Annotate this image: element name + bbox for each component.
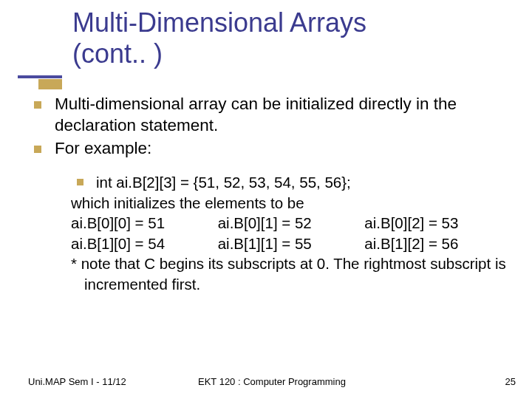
- bullet-item: Multi-dimensional array can be initializ…: [28, 94, 511, 137]
- cell: ai.B[1][2] = 56: [364, 233, 511, 253]
- footer-center: EKT 120 : Computer Programming: [198, 376, 471, 387]
- footer-page-number: 25: [471, 376, 516, 387]
- sub-text-intro: which initializes the elements to be: [71, 193, 511, 213]
- title-tab-decoration: [38, 79, 62, 89]
- sub-note: * note that C begins its subscripts at 0…: [71, 253, 511, 294]
- sub-bullet-code: int ai.B[2][3] = {51, 52, 53, 54, 55, 56…: [71, 172, 511, 192]
- cell: ai.B[0][1] = 52: [218, 213, 365, 233]
- slide-footer: Uni.MAP Sem I - 11/12 EKT 120 : Computer…: [0, 376, 532, 387]
- sub-content: int ai.B[2][3] = {51, 52, 53, 54, 55, 56…: [28, 172, 511, 294]
- title-underline-decoration: [18, 75, 62, 78]
- footer-left: Uni.MAP Sem I - 11/12: [28, 376, 198, 387]
- title-line-2: (cont.. ): [72, 38, 163, 69]
- cell: ai.B[1][1] = 55: [218, 233, 365, 253]
- bullet-item: For example:: [28, 138, 511, 160]
- cell: ai.B[1][0] = 54: [71, 233, 218, 253]
- value-row-0: ai.B[0][0] = 51 ai.B[0][1] = 52 ai.B[0][…: [71, 213, 511, 233]
- slide-title: Multi-Dimensional Arrays (cont.. ): [72, 7, 532, 70]
- title-line-1: Multi-Dimensional Arrays: [72, 7, 366, 38]
- value-row-1: ai.B[1][0] = 54 ai.B[1][1] = 55 ai.B[1][…: [71, 233, 511, 253]
- cell: ai.B[0][2] = 53: [364, 213, 511, 233]
- cell: ai.B[0][0] = 51: [71, 213, 218, 233]
- main-bullet-list: Multi-dimensional array can be initializ…: [28, 94, 511, 159]
